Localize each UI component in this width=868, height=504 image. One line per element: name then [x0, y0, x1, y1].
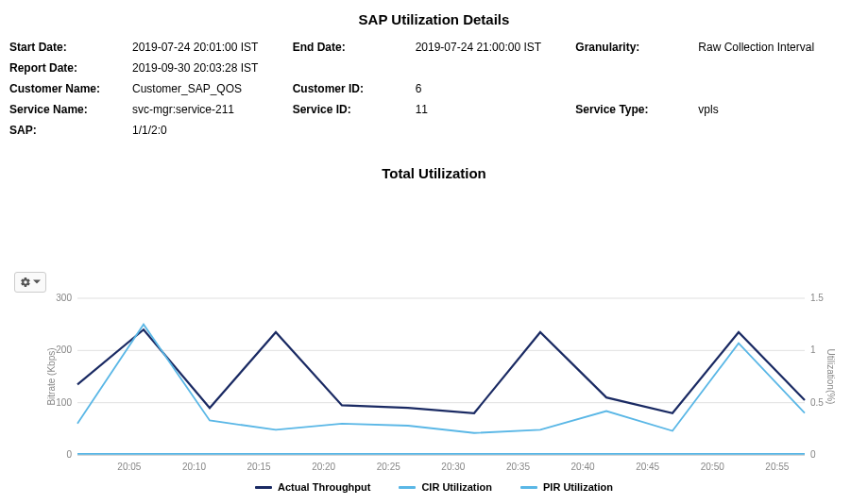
meta-block: Start Date: 2019-07-24 20:01:00 IST End …: [0, 41, 868, 137]
start-date-value: 2019-07-24 20:01:00 IST: [132, 41, 293, 54]
page-title: SAP Utilization Details: [0, 0, 868, 41]
report-date-label: Report Date:: [9, 61, 132, 75]
svg-text:20:45: 20:45: [636, 462, 659, 472]
svg-text:20:10: 20:10: [182, 462, 206, 472]
customer-id-value: 6: [416, 82, 576, 95]
service-type-label: Service Type:: [575, 103, 698, 116]
legend-label: Actual Throughput: [278, 481, 370, 493]
chevron-down-icon: [33, 278, 41, 286]
sap-value: 1/1/2:0: [132, 124, 293, 137]
svg-text:20:55: 20:55: [765, 462, 789, 472]
legend-cir-utilization[interactable]: CIR Utilization: [399, 481, 492, 493]
service-id-value: 11: [416, 103, 576, 116]
svg-text:20:20: 20:20: [312, 462, 335, 472]
legend-label: PIR Utilization: [543, 481, 613, 493]
svg-text:Utilization(%): Utilization(%): [825, 349, 836, 405]
customer-id-label: Customer ID:: [293, 82, 416, 95]
granularity-label: Granularity:: [575, 41, 698, 54]
chart-title: Total Utilization: [0, 165, 868, 181]
start-date-label: Start Date:: [9, 41, 132, 54]
svg-text:200: 200: [56, 344, 72, 355]
legend-pir-utilization[interactable]: PIR Utilization: [520, 481, 613, 493]
svg-text:100: 100: [56, 397, 72, 408]
utilization-chart: 010020030000.511.520:0520:1020:1520:2020…: [45, 293, 837, 481]
legend-actual-throughput[interactable]: Actual Throughput: [255, 481, 370, 493]
svg-text:20:35: 20:35: [506, 462, 530, 472]
svg-text:0: 0: [66, 449, 72, 460]
svg-text:1: 1: [810, 344, 816, 355]
customer-name-label: Customer Name:: [9, 82, 132, 95]
report-date-value: 2019-09-30 20:03:28 IST: [132, 61, 293, 75]
svg-text:20:15: 20:15: [247, 462, 271, 472]
legend-label: CIR Utilization: [421, 481, 492, 493]
service-id-label: Service ID:: [293, 103, 416, 116]
svg-text:20:05: 20:05: [117, 462, 141, 472]
svg-text:300: 300: [56, 293, 72, 303]
service-name-label: Service Name:: [9, 103, 132, 116]
svg-text:0: 0: [810, 449, 816, 460]
svg-text:0.5: 0.5: [810, 397, 824, 408]
svg-text:20:40: 20:40: [571, 462, 595, 472]
chart-settings-button[interactable]: [14, 272, 46, 293]
svg-text:20:30: 20:30: [441, 462, 465, 472]
svg-text:20:25: 20:25: [377, 462, 400, 472]
end-date-label: End Date:: [293, 41, 416, 54]
svg-text:1.5: 1.5: [810, 293, 824, 303]
granularity-value: Raw Collection Interval: [698, 41, 859, 54]
customer-name-value: Customer_SAP_QOS: [132, 82, 293, 95]
svg-text:20:50: 20:50: [701, 462, 724, 472]
service-type-value: vpls: [698, 103, 859, 116]
sap-label: SAP:: [9, 124, 132, 137]
end-date-value: 2019-07-24 21:00:00 IST: [416, 41, 576, 54]
gear-icon: [20, 277, 31, 288]
service-name-value: svc-mgr:service-211: [132, 103, 293, 116]
chart-legend: Actual Throughput CIR Utilization PIR Ut…: [0, 481, 868, 493]
svg-text:Bitrate (Kbps): Bitrate (Kbps): [46, 347, 57, 405]
